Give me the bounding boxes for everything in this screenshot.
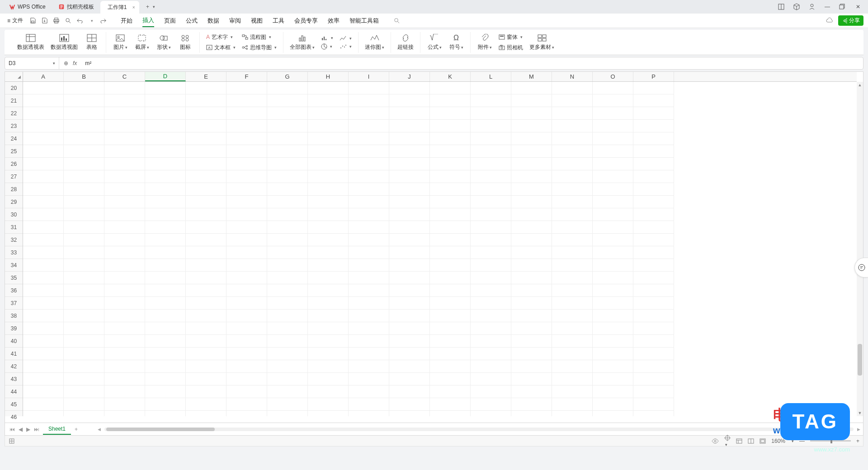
- tab-formula[interactable]: 公式: [186, 15, 198, 27]
- cell[interactable]: [552, 385, 593, 398]
- cell[interactable]: [267, 272, 308, 284]
- row-header[interactable]: 40: [5, 335, 23, 348]
- row-header[interactable]: 44: [5, 385, 23, 398]
- screenshot-button[interactable]: 截屏▾: [134, 34, 150, 51]
- cell[interactable]: [64, 158, 104, 170]
- cell[interactable]: [64, 221, 104, 234]
- tab-efficiency[interactable]: 效率: [328, 15, 340, 27]
- cell[interactable]: [552, 158, 593, 170]
- cell[interactable]: [389, 82, 430, 94]
- app-home-tab[interactable]: WPS Office: [3, 0, 52, 14]
- cell[interactable]: [430, 335, 471, 348]
- cell[interactable]: [186, 183, 226, 196]
- cell[interactable]: [511, 82, 552, 94]
- cell[interactable]: [308, 170, 349, 183]
- cell[interactable]: [511, 272, 552, 284]
- cell[interactable]: [552, 120, 593, 132]
- cell[interactable]: [145, 411, 186, 416]
- cell[interactable]: [23, 234, 64, 246]
- table-button[interactable]: 表格: [84, 34, 99, 51]
- cell[interactable]: [145, 284, 186, 297]
- cell[interactable]: [593, 335, 633, 348]
- allcharts-button[interactable]: 全部图表▾: [290, 34, 315, 51]
- cell[interactable]: [64, 335, 104, 348]
- cell[interactable]: [593, 259, 633, 272]
- cell[interactable]: [552, 348, 593, 360]
- cell[interactable]: [186, 221, 226, 234]
- cell[interactable]: [633, 348, 674, 360]
- camera-button[interactable]: 照相机: [499, 44, 523, 52]
- cell[interactable]: [186, 120, 226, 132]
- cell[interactable]: [349, 385, 389, 398]
- cell[interactable]: [308, 246, 349, 259]
- user-icon[interactable]: [808, 3, 816, 10]
- cell[interactable]: [226, 297, 267, 310]
- cell[interactable]: [430, 208, 471, 221]
- cell[interactable]: [389, 94, 430, 107]
- cell[interactable]: [389, 170, 430, 183]
- cell[interactable]: [430, 272, 471, 284]
- zoom-level[interactable]: 160%: [771, 438, 785, 444]
- cell[interactable]: [267, 158, 308, 170]
- cell[interactable]: [145, 348, 186, 360]
- row-header[interactable]: 22: [5, 107, 23, 120]
- cell[interactable]: [511, 373, 552, 385]
- cell[interactable]: [593, 398, 633, 411]
- cell[interactable]: [308, 348, 349, 360]
- cell[interactable]: [593, 170, 633, 183]
- cell[interactable]: [349, 310, 389, 322]
- cell[interactable]: [511, 246, 552, 259]
- column-header[interactable]: P: [633, 72, 674, 81]
- cell[interactable]: [349, 411, 389, 416]
- cell[interactable]: [511, 385, 552, 398]
- cell[interactable]: [389, 411, 430, 416]
- cell[interactable]: [471, 120, 511, 132]
- cell[interactable]: [308, 259, 349, 272]
- cell[interactable]: [104, 208, 145, 221]
- picture-button[interactable]: 图片▾: [113, 34, 128, 51]
- cell[interactable]: [145, 297, 186, 310]
- cell[interactable]: [186, 272, 226, 284]
- cell[interactable]: [511, 132, 552, 145]
- cell[interactable]: [267, 259, 308, 272]
- cell[interactable]: [389, 107, 430, 120]
- cell[interactable]: [226, 322, 267, 335]
- cell[interactable]: [308, 373, 349, 385]
- cell[interactable]: [308, 284, 349, 297]
- cell[interactable]: [267, 297, 308, 310]
- cell[interactable]: [145, 385, 186, 398]
- tab-insert[interactable]: 插入: [142, 14, 154, 27]
- cell[interactable]: [23, 284, 64, 297]
- cell[interactable]: [186, 322, 226, 335]
- row-header[interactable]: 46: [5, 411, 23, 423]
- cell[interactable]: [226, 259, 267, 272]
- column-header[interactable]: L: [471, 72, 511, 81]
- row-header[interactable]: 20: [5, 82, 23, 94]
- cell[interactable]: [308, 145, 349, 158]
- cell[interactable]: [349, 272, 389, 284]
- cell[interactable]: [23, 196, 64, 208]
- cell[interactable]: [104, 272, 145, 284]
- cell[interactable]: [186, 94, 226, 107]
- cell[interactable]: [430, 284, 471, 297]
- cell[interactable]: [511, 360, 552, 373]
- cell[interactable]: [267, 196, 308, 208]
- cell[interactable]: [593, 94, 633, 107]
- cell[interactable]: [145, 234, 186, 246]
- tab-review[interactable]: 审阅: [229, 15, 241, 27]
- cell[interactable]: [593, 310, 633, 322]
- layout-icon[interactable]: [778, 3, 785, 10]
- cell[interactable]: [552, 360, 593, 373]
- cell[interactable]: [430, 107, 471, 120]
- cell[interactable]: [104, 322, 145, 335]
- row-header[interactable]: 37: [5, 297, 23, 310]
- cell[interactable]: [633, 208, 674, 221]
- cell[interactable]: [430, 158, 471, 170]
- cell[interactable]: [23, 132, 64, 145]
- cell[interactable]: [308, 158, 349, 170]
- document-tab[interactable]: S 工作簿1 ×: [100, 1, 140, 14]
- cell[interactable]: [186, 284, 226, 297]
- page-break-view-icon[interactable]: [760, 438, 766, 444]
- cell[interactable]: [23, 373, 64, 385]
- cell[interactable]: [186, 246, 226, 259]
